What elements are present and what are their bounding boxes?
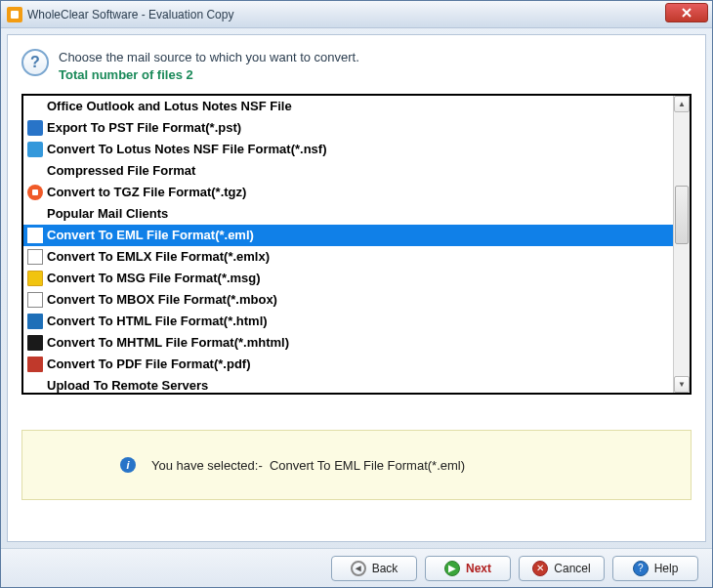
cancel-icon: ✕	[532, 561, 548, 576]
list-item-label: Convert To MBOX File Format(*.mbox)	[47, 292, 277, 307]
app-icon	[7, 7, 22, 22]
list-item-label: Convert To EMLX File Format(*.emlx)	[47, 249, 270, 264]
msg-icon	[27, 271, 43, 286]
svg-rect-0	[11, 11, 19, 19]
emlx-icon	[27, 249, 43, 265]
question-icon: ?	[21, 49, 49, 76]
list-item[interactable]: Convert To Lotus Notes NSF File Format(*…	[23, 139, 673, 160]
next-arrow-icon: ▶	[444, 561, 460, 576]
list-category-header: Compressed File Format	[23, 160, 673, 182]
info-icon: i	[120, 457, 136, 473]
category-label: Popular Mail Clients	[27, 206, 168, 221]
format-list[interactable]: Office Outlook and Lotus Notes NSF FileE…	[23, 96, 673, 393]
mhtml-icon	[27, 335, 43, 351]
pst-icon	[27, 120, 43, 136]
category-label: Compressed File Format	[27, 163, 195, 178]
category-label: Upload To Remote Servers	[27, 378, 208, 393]
category-label: Office Outlook and Lotus Notes NSF File	[27, 99, 292, 113]
list-item-label: Convert To MHTML File Format(*.mhtml)	[47, 335, 289, 350]
list-item-label: Convert To MSG File Format(*.msg)	[47, 271, 261, 285]
nsf-icon	[27, 142, 43, 157]
help-button[interactable]: ? Help	[612, 556, 698, 581]
mbox-icon	[27, 292, 43, 308]
scroll-thumb[interactable]	[675, 186, 689, 244]
scroll-down-button[interactable]: ▼	[674, 376, 690, 393]
list-item-label: Convert To HTML File Format(*.html)	[47, 314, 268, 328]
list-item-label: Convert to TGZ File Format(*.tgz)	[47, 185, 246, 199]
app-window: WholeClear Software - Evaluation Copy ? …	[0, 0, 713, 588]
button-bar: ◄ Back ▶ Next ✕ Cancel ? Help	[1, 548, 712, 587]
back-arrow-icon: ◄	[351, 561, 366, 576]
list-item[interactable]: Convert To HTML File Format(*.html)	[23, 311, 673, 332]
instruction-header: ? Choose the mail source to which you wa…	[21, 45, 692, 84]
status-panel: i You have selected:- Convert To EML Fil…	[21, 430, 692, 500]
list-item-label: Convert To Lotus Notes NSF File Format(*…	[47, 142, 327, 156]
cancel-button[interactable]: ✕ Cancel	[519, 556, 605, 581]
list-item-label: Convert To PDF File Format(*.pdf)	[47, 357, 250, 371]
scroll-track[interactable]	[674, 112, 690, 376]
list-item[interactable]: Convert To EML File Format(*.eml)	[23, 225, 673, 246]
list-item[interactable]: Convert To MSG File Format(*.msg)	[23, 268, 673, 289]
status-text: You have selected:- Convert To EML File …	[151, 458, 465, 473]
format-list-container: Office Outlook and Lotus Notes NSF FileE…	[21, 94, 692, 395]
list-item[interactable]: Convert To MHTML File Format(*.mhtml)	[23, 332, 673, 354]
instruction-line: Choose the mail source to which you want…	[59, 49, 359, 66]
tgz-icon	[27, 185, 43, 200]
list-item[interactable]: Convert To MBOX File Format(*.mbox)	[23, 289, 673, 311]
content-panel: ? Choose the mail source to which you wa…	[7, 34, 706, 542]
back-button[interactable]: ◄ Back	[331, 556, 417, 581]
total-files-label: Total number of files 2	[59, 66, 359, 84]
close-icon	[682, 8, 692, 18]
list-item-label: Convert To EML File Format(*.eml)	[47, 228, 254, 242]
instruction-text: Choose the mail source to which you want…	[59, 49, 359, 84]
list-item[interactable]: Convert To EMLX File Format(*.emlx)	[23, 246, 673, 268]
scroll-up-button[interactable]: ▲	[674, 96, 690, 112]
list-item-label: Export To PST File Format(*.pst)	[47, 120, 241, 135]
help-icon: ?	[633, 561, 649, 576]
list-item[interactable]: Export To PST File Format(*.pst)	[23, 117, 673, 139]
titlebar: WholeClear Software - Evaluation Copy	[1, 1, 712, 28]
list-category-header: Upload To Remote Servers	[23, 375, 673, 393]
scrollbar[interactable]: ▲ ▼	[673, 96, 690, 393]
close-button[interactable]	[665, 3, 708, 22]
eml-icon	[27, 228, 43, 243]
list-category-header: Popular Mail Clients	[23, 203, 673, 225]
list-item[interactable]: Convert to TGZ File Format(*.tgz)	[23, 182, 673, 203]
window-title: WholeClear Software - Evaluation Copy	[27, 8, 233, 21]
list-item[interactable]: Convert To PDF File Format(*.pdf)	[23, 354, 673, 375]
list-category-header: Office Outlook and Lotus Notes NSF File	[23, 96, 673, 117]
pdf-icon	[27, 357, 43, 372]
next-button[interactable]: ▶ Next	[425, 556, 511, 581]
html-icon	[27, 314, 43, 329]
